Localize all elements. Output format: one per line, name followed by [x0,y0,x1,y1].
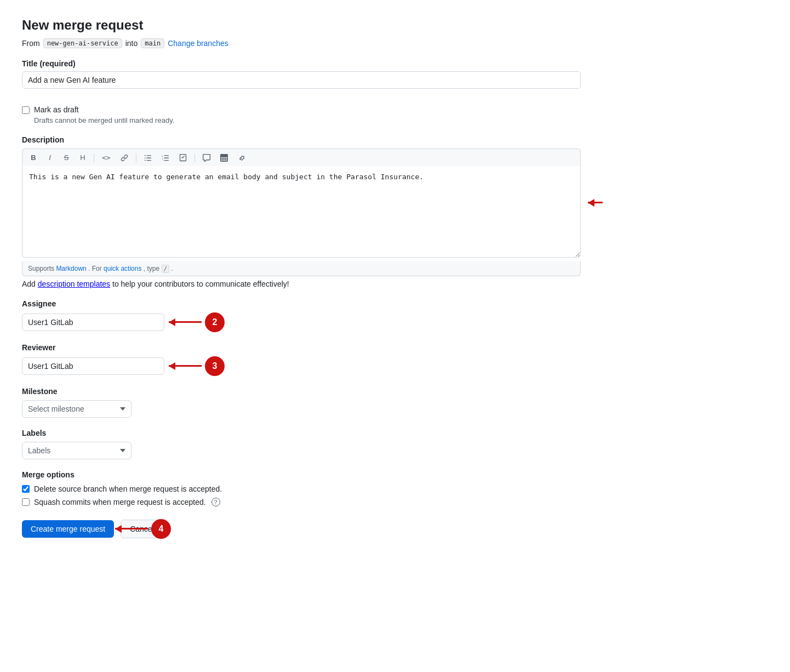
squash-commits-checkbox[interactable] [22,498,30,506]
source-branch: new-gen-ai-service [43,38,122,48]
quick-actions-text: . For [88,265,102,272]
create-merge-request-button[interactable]: Create merge request [22,520,114,538]
title-input[interactable] [22,71,581,89]
block-button[interactable] [201,153,213,163]
draft-sublabel: Drafts cannot be merged until marked rea… [34,116,581,124]
strikethrough-button[interactable]: S [61,152,72,163]
merge-options-label: Merge options [22,470,581,479]
from-label: From [22,39,40,48]
reviewer-label: Reviewer [22,343,581,352]
description-textarea[interactable]: This is a new Gen AI feature to generate… [22,166,581,258]
assignee-row: 2 [22,312,581,332]
italic-button[interactable]: I [44,152,55,163]
templates-row: Add description templates to help your c… [22,280,581,288]
delete-branch-checkbox[interactable] [22,485,30,493]
numbered-list-button[interactable] [159,153,171,163]
task-list-button[interactable] [177,153,189,163]
table-button[interactable] [218,153,230,163]
assignee-label: Assignee [22,299,581,308]
annotation-3-arrow [169,365,202,367]
annotation-3-wrapper: 3 [169,356,225,376]
toolbar-divider-3 [194,153,195,162]
annotation-2-wrapper: 2 [169,312,225,332]
branch-info: From new-gen-ai-service into main Change… [22,38,581,48]
toolbar-divider-1 [94,153,94,162]
draft-checkbox[interactable] [22,106,30,114]
toolbar-divider-2 [136,153,136,162]
labels-label: Labels [22,429,581,437]
quick-actions-end: . [171,265,173,272]
draft-checkbox-row: Mark as draft [22,105,581,114]
annotation-2-circle: 2 [205,312,225,332]
milestone-label: Milestone [22,387,581,396]
squash-label[interactable]: Squash commits when merge request is acc… [34,498,206,506]
link-button[interactable] [118,153,130,163]
actions-row: Create merge request Cancel 4 [22,520,581,538]
markdown-link[interactable]: Markdown [56,265,86,272]
squash-commits-row: Squash commits when merge request is acc… [22,498,581,506]
bold-button[interactable]: B [28,152,39,163]
target-branch: main [141,38,164,48]
heading-button[interactable]: H [77,152,88,163]
templates-prefix: Add [22,280,38,288]
squash-help-icon[interactable]: ? [211,498,220,506]
draft-label[interactable]: Mark as draft [34,105,79,114]
templates-link[interactable]: description templates [38,280,110,288]
quick-actions-code: / [162,265,170,273]
delete-branch-row: Delete source branch when merge request … [22,485,581,493]
annotation-4-arrowhead [115,525,122,533]
into-label: into [125,39,138,48]
bullet-list-button[interactable] [142,153,154,163]
annotation-2-arrow [169,321,202,323]
milestone-select[interactable]: Select milestone [22,400,131,418]
annotation-4-circle: 4 [151,519,171,539]
quick-actions-link[interactable]: quick actions [104,265,141,272]
annotation-2-arrowhead [169,318,175,326]
templates-suffix: to help your contributors to communicate… [110,280,289,288]
description-toolbar: B I S H <> [22,149,581,166]
page-title: New merge request [22,18,581,33]
annotation-4-wrapper: 4 [115,519,171,539]
annotation-1-arrowhead [588,199,594,207]
annotation-1-arrow [588,202,603,203]
code-button[interactable]: <> [100,152,113,163]
annotation-4-arrow [115,528,148,529]
labels-select[interactable]: Labels [22,442,131,459]
annotation-3-arrowhead [169,362,175,370]
attach-button[interactable] [236,153,248,163]
annotation-3-circle: 3 [205,356,225,376]
delete-branch-label[interactable]: Delete source branch when merge request … [34,485,222,493]
title-label: Title (required) [22,59,581,68]
quick-actions-suffix: , type [144,265,159,272]
change-branches-link[interactable]: Change branches [168,39,228,48]
assignee-input[interactable] [22,314,164,331]
description-label: Description [22,135,581,144]
annotation-1-wrapper: 1 [588,192,603,212]
markdown-hint: Supports Markdown . For quick actions , … [22,261,581,276]
markdown-hint-text: Supports [28,265,54,272]
reviewer-input[interactable] [22,357,164,375]
reviewer-row: 3 [22,356,581,376]
